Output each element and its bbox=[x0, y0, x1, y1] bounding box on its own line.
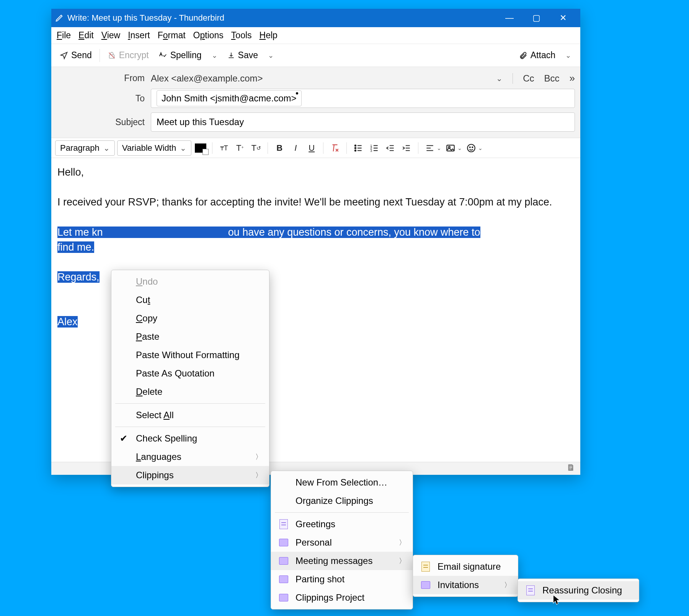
ctx-select-all[interactable]: Select All bbox=[111, 406, 269, 424]
ctx-paste-quote[interactable]: Paste As Quotation bbox=[111, 364, 269, 383]
from-dropdown-icon[interactable]: ⌄ bbox=[496, 74, 503, 83]
emoji-dropdown[interactable]: ⌄ bbox=[478, 145, 483, 151]
menu-view[interactable]: View bbox=[101, 30, 120, 41]
ctx-paste-plain[interactable]: Paste Without Formatting bbox=[111, 346, 269, 364]
meeting-invitations[interactable]: Invitations〉 bbox=[413, 576, 518, 594]
font-size-increase-icon[interactable]: T⁺ bbox=[233, 141, 247, 155]
svg-point-9 bbox=[467, 144, 475, 152]
ctx-copy[interactable]: Copy bbox=[111, 309, 269, 328]
save-dropdown[interactable]: ⌄ bbox=[264, 51, 278, 60]
ctx-check-spelling[interactable]: ✔ Check Spelling bbox=[111, 429, 269, 448]
indent-icon[interactable] bbox=[400, 141, 413, 155]
folder-icon bbox=[421, 580, 431, 590]
spelling-label: Spelling bbox=[170, 50, 202, 60]
remove-formatting-icon[interactable] bbox=[328, 141, 342, 155]
ctx-paste[interactable]: Paste bbox=[111, 328, 269, 346]
to-recipient-text: John Smith <jsmith@acme.com> bbox=[162, 93, 297, 104]
check-icon: ✔ bbox=[120, 433, 127, 444]
numbered-list-icon[interactable]: 123 bbox=[367, 141, 381, 155]
emoji-icon[interactable] bbox=[464, 141, 478, 155]
font-family-select[interactable]: Variable Width⌄ bbox=[117, 140, 191, 156]
svg-rect-7 bbox=[447, 145, 454, 151]
menubar: File Edit View Insert Format Options Too… bbox=[51, 27, 580, 44]
attach-button[interactable]: Attach bbox=[516, 49, 558, 62]
spelling-dropdown[interactable]: ⌄ bbox=[208, 51, 221, 60]
insert-image-icon[interactable] bbox=[444, 141, 457, 155]
align-icon[interactable] bbox=[423, 141, 437, 155]
to-recipient-pill[interactable]: John Smith <jsmith@acme.com> bbox=[157, 90, 302, 106]
meeting-email-signature[interactable]: Email signature bbox=[413, 557, 518, 576]
text-color-swatch[interactable] bbox=[194, 141, 207, 155]
ctx-clippings[interactable]: Clippings〉 bbox=[111, 466, 269, 484]
from-row: From Alex <alex@example.com> ⌄ Cc Bcc » bbox=[57, 72, 575, 84]
clip-clippings-project[interactable]: Clippings Project bbox=[271, 588, 413, 607]
note-icon bbox=[526, 585, 536, 595]
menu-options[interactable]: Options bbox=[193, 30, 224, 41]
ctx-undo[interactable]: Undo bbox=[111, 272, 269, 291]
menu-tools[interactable]: Tools bbox=[231, 30, 252, 41]
body-greeting: Hello, bbox=[57, 165, 574, 180]
invitations-reassuring-closing[interactable]: Reassuring Closing bbox=[518, 581, 639, 600]
attach-dropdown[interactable]: ⌄ bbox=[562, 51, 575, 60]
folder-icon bbox=[279, 574, 289, 584]
toolbar: Send Encrypt Spelling ⌄ Save ⌄ Attach ⌄ bbox=[51, 44, 580, 67]
to-field[interactable]: John Smith <jsmith@acme.com> bbox=[151, 89, 575, 108]
more-recipients-icon[interactable]: » bbox=[570, 72, 575, 84]
underline-icon[interactable]: U bbox=[305, 141, 318, 155]
clip-greetings[interactable]: Greetings bbox=[271, 515, 413, 533]
to-label: To bbox=[57, 93, 145, 104]
recipient-status-dot bbox=[296, 92, 298, 95]
clippings-statusbar-icon[interactable] bbox=[567, 463, 575, 474]
clip-parting-shot[interactable]: Parting shot bbox=[271, 570, 413, 588]
spelling-button[interactable]: Spelling bbox=[155, 49, 205, 62]
ctx-cut[interactable]: Cut bbox=[111, 291, 269, 309]
menu-edit[interactable]: Edit bbox=[78, 30, 94, 41]
encrypt-button[interactable]: Encrypt bbox=[104, 49, 152, 62]
menu-insert[interactable]: Insert bbox=[128, 30, 150, 41]
chevron-right-icon: 〉 bbox=[255, 452, 262, 461]
clip-personal[interactable]: Personal〉 bbox=[271, 533, 413, 552]
align-dropdown[interactable]: ⌄ bbox=[437, 145, 441, 151]
menu-help[interactable]: Help bbox=[260, 30, 278, 41]
toolbar-divider bbox=[100, 49, 100, 62]
invitations-submenu: Reassuring Closing bbox=[518, 579, 639, 602]
subject-field[interactable]: Meet up this Tuesday bbox=[151, 112, 575, 132]
clip-organize[interactable]: Organize Clippings bbox=[271, 492, 413, 510]
note-icon bbox=[421, 562, 431, 572]
menu-file[interactable]: File bbox=[57, 30, 71, 41]
svg-text:3: 3 bbox=[370, 148, 372, 152]
menu-format[interactable]: Format bbox=[158, 30, 186, 41]
outdent-icon[interactable] bbox=[384, 141, 397, 155]
titlebar[interactable]: Write: Meet up this Tuesday - Thunderbir… bbox=[51, 9, 580, 27]
bold-icon[interactable]: B bbox=[273, 141, 286, 155]
encrypt-label: Encrypt bbox=[119, 50, 149, 60]
font-size-decrease-icon[interactable]: ᴛT bbox=[217, 141, 231, 155]
svg-point-2 bbox=[355, 147, 356, 148]
from-value[interactable]: Alex <alex@example.com> bbox=[151, 73, 263, 84]
to-row: To John Smith <jsmith@acme.com> bbox=[57, 89, 575, 108]
chevron-right-icon: 〉 bbox=[255, 471, 262, 480]
clip-new-from-selection[interactable]: New From Selection… bbox=[271, 473, 413, 492]
window-title: Write: Meet up this Tuesday - Thunderbir… bbox=[67, 13, 496, 23]
maximize-button[interactable]: ▢ bbox=[523, 13, 550, 23]
context-menu: Undo Cut Copy Paste Paste Without Format… bbox=[111, 270, 269, 487]
send-button[interactable]: Send bbox=[57, 49, 95, 62]
send-label: Send bbox=[71, 50, 92, 60]
bcc-button[interactable]: Bcc bbox=[544, 73, 560, 84]
ctx-delete[interactable]: Delete bbox=[111, 383, 269, 401]
clip-meeting-messages[interactable]: Meeting messages〉 bbox=[271, 552, 413, 570]
pencil-icon bbox=[55, 14, 64, 22]
cc-button[interactable]: Cc bbox=[523, 73, 534, 84]
body-paragraph: I received your RSVP; thanks for accepti… bbox=[57, 195, 574, 210]
save-button[interactable]: Save bbox=[224, 49, 261, 62]
body-regards: Regards, bbox=[57, 271, 100, 283]
paragraph-style-select[interactable]: Paragraph⌄ bbox=[55, 140, 115, 156]
minimize-button[interactable]: — bbox=[496, 13, 523, 23]
image-dropdown[interactable]: ⌄ bbox=[457, 145, 462, 151]
chevron-right-icon: 〉 bbox=[504, 580, 511, 590]
italic-icon[interactable]: I bbox=[289, 141, 302, 155]
close-button[interactable]: ✕ bbox=[550, 13, 576, 23]
font-size-reset-icon[interactable]: T↺ bbox=[249, 141, 263, 155]
ctx-languages[interactable]: Languages〉 bbox=[111, 448, 269, 466]
bullet-list-icon[interactable] bbox=[351, 141, 365, 155]
